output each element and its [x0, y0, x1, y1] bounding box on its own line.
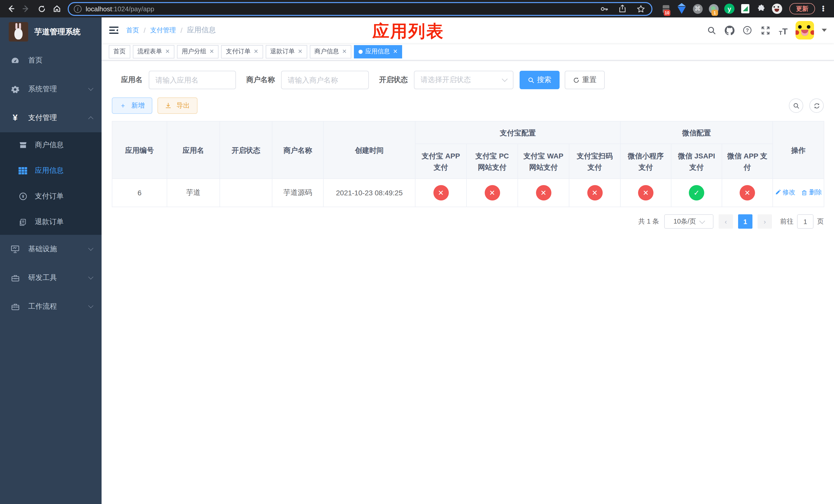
svg-text:¥: ¥ [22, 194, 24, 199]
navbar-actions: ? TT [706, 21, 827, 40]
back-icon[interactable] [4, 2, 18, 15]
add-button[interactable]: ＋新增 [112, 97, 152, 114]
extension-recorder-icon[interactable]: 1 [708, 4, 719, 14]
reload-icon[interactable] [35, 2, 48, 15]
prev-page-button[interactable]: ‹ [719, 214, 733, 229]
extension-command-icon[interactable]: ⌘ [693, 4, 703, 14]
tag-app-info[interactable]: 应用信息✕ [354, 45, 402, 58]
refresh-table-button[interactable] [809, 98, 824, 113]
extension-badge: 1 [711, 10, 718, 16]
search-button[interactable]: 搜索 [520, 71, 559, 89]
cross-icon: ✕ [587, 185, 602, 201]
tag-process-form[interactable]: 流程表单✕ [133, 45, 174, 58]
share-icon[interactable] [616, 3, 628, 14]
sidebar-item-pay-order[interactable]: ¥ 支付订单 [0, 184, 102, 209]
close-icon[interactable]: ✕ [298, 48, 302, 55]
extension-doc-icon[interactable] [740, 4, 750, 14]
goto-page-input[interactable] [797, 214, 813, 229]
merchant-name-input[interactable] [281, 71, 369, 89]
sidebar-item-system[interactable]: 系统管理 [0, 75, 102, 104]
breadcrumb-current: 应用信息 [187, 26, 216, 35]
sidebar-item-payment[interactable]: ¥ 支付管理 [0, 104, 102, 132]
browser-menu-icon[interactable]: ••• [820, 6, 826, 12]
sidebar-item-workflow[interactable]: 工作流程 [0, 292, 102, 321]
address-bar[interactable]: i localhost:1024/pay/app [68, 2, 653, 16]
export-button[interactable]: 导出 [157, 97, 197, 114]
sidebar: 芋道管理系统 首页 系统管理 ¥ 支付管理 [0, 18, 102, 504]
group-header-wechat: 微信配置 [620, 121, 773, 144]
extension-y-icon[interactable]: y [724, 4, 734, 14]
browser-update-button[interactable]: 更新 [789, 3, 815, 14]
sidebar-item-app-info[interactable]: 应用信息 [0, 158, 102, 184]
url-path: :1024/pay/app [112, 5, 154, 13]
breadcrumb-home[interactable]: 首页 [126, 26, 139, 35]
tag-merchant-info[interactable]: 商户信息✕ [310, 45, 351, 58]
refund-icon [19, 218, 27, 226]
profile-avatar-icon[interactable] [772, 4, 782, 14]
app-logo [9, 22, 28, 42]
sidebar-item-infra[interactable]: 基础设施 [0, 235, 102, 264]
cell-created: 2021-10-23 08:49:25 [323, 179, 415, 207]
cross-icon: ✕ [484, 185, 500, 201]
pagination: 共 1 条 10条/页 ‹ 1 › 前往 页 [112, 214, 824, 229]
chevron-up-icon [88, 116, 93, 121]
search-icon[interactable] [706, 25, 717, 36]
table-toolbar: ＋新增 导出 [112, 97, 824, 114]
search-form: 应用名 商户名称 开启状态 请选择开启状态 搜索 重置 [121, 71, 824, 89]
extensions-puzzle-icon[interactable] [756, 4, 766, 14]
fullscreen-icon[interactable] [760, 25, 771, 36]
page-size-select[interactable]: 10条/页 [664, 214, 714, 229]
forward-icon[interactable] [20, 2, 33, 15]
sidebar-item-refund-order[interactable]: 退款订单 [0, 209, 102, 235]
page-number-1[interactable]: 1 [738, 214, 752, 229]
password-key-icon[interactable] [598, 3, 609, 14]
sidebar-item-home[interactable]: 首页 [0, 46, 102, 75]
url-text: localhost:1024/pay/app [86, 5, 154, 13]
browser-toolbar: i localhost:1024/pay/app 10 ⌘ 1 y 更新 ••• [0, 0, 834, 18]
breadcrumb-payment[interactable]: 支付管理 [150, 26, 176, 35]
bookmark-star-icon[interactable] [635, 3, 646, 14]
col-header-status: 开启状态 [220, 121, 272, 179]
extension-gem-icon[interactable] [677, 4, 687, 14]
help-icon[interactable]: ? [742, 25, 753, 36]
extension-grid-icon[interactable]: 10 [661, 4, 671, 14]
font-size-icon[interactable]: TT [777, 25, 789, 36]
tag-pay-order[interactable]: 支付订单✕ [221, 45, 263, 58]
edit-button[interactable]: 修改 [775, 188, 795, 197]
tag-home[interactable]: 首页 [109, 45, 130, 58]
sidebar-item-devtools[interactable]: 研发工具 [0, 264, 102, 292]
close-icon[interactable]: ✕ [165, 48, 170, 55]
cross-icon: ✕ [638, 185, 654, 201]
sidebar-toggle-icon[interactable] [102, 18, 126, 43]
app-name-input[interactable] [149, 71, 236, 89]
breadcrumb: 首页 / 支付管理 / 应用信息 [126, 26, 216, 35]
user-avatar[interactable] [795, 21, 814, 40]
plus-icon: ＋ [119, 101, 126, 110]
close-icon[interactable]: ✕ [393, 48, 397, 55]
table-row: 6 芋道 芋道源码 2021-10-23 08:49:25 ✕ ✕ ✕ ✕ ✕ … [112, 179, 824, 207]
close-icon[interactable]: ✕ [254, 48, 258, 55]
status-select[interactable]: 请选择开启状态 [414, 71, 513, 89]
next-page-button[interactable]: › [758, 214, 772, 229]
col-header-wx-app: 微信 APP 支付 [722, 144, 773, 179]
refresh-icon [573, 77, 579, 83]
site-info-icon[interactable]: i [74, 5, 82, 13]
app-title: 芋道管理系统 [35, 27, 81, 37]
home-icon[interactable] [50, 2, 64, 15]
chevron-down-icon [502, 76, 508, 82]
tag-refund-order[interactable]: 退款订单✕ [265, 45, 307, 58]
sidebar-item-merchant-info[interactable]: 商户信息 [0, 132, 102, 158]
reset-button[interactable]: 重置 [565, 71, 605, 89]
group-header-alipay: 支付宝配置 [415, 121, 620, 144]
svg-text:?: ? [746, 27, 749, 33]
check-icon: ✓ [689, 185, 704, 201]
user-menu-caret-icon[interactable] [822, 29, 827, 32]
delete-button[interactable]: 删除 [802, 188, 822, 197]
close-icon[interactable]: ✕ [209, 48, 214, 55]
dashboard-icon [11, 56, 20, 65]
toggle-search-button[interactable] [789, 98, 803, 113]
navbar: 首页 / 支付管理 / 应用信息 应用列表 ? TT [102, 18, 834, 43]
github-icon[interactable] [724, 25, 735, 36]
close-icon[interactable]: ✕ [342, 48, 347, 55]
tag-user-group[interactable]: 用户分组✕ [177, 45, 219, 58]
